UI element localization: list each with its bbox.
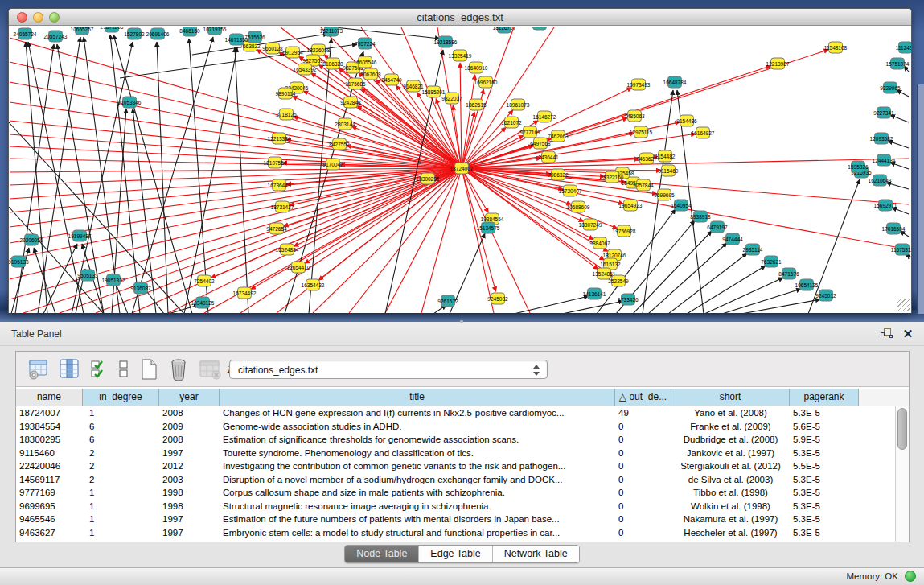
graph-node[interactable]: 9581246	[529, 27, 550, 30]
graph-node[interactable]: 1154482	[655, 150, 676, 162]
close-panel-icon[interactable]: ✕	[901, 328, 914, 340]
cell-year[interactable]: 2008	[159, 406, 220, 420]
graph-edge[interactable]	[305, 168, 462, 263]
graph-node[interactable]: 2718126	[276, 109, 297, 120]
graph-edge[interactable]	[462, 168, 494, 313]
delete-table-icon[interactable]	[198, 358, 222, 381]
graph-node[interactable]: 16164927	[692, 127, 715, 138]
column-header-in_degree[interactable]: in_degree	[83, 389, 159, 406]
graph-node[interactable]: 7485063	[624, 110, 645, 122]
table-row[interactable]: 977716911998Corpus callosum shape and si…	[16, 486, 909, 500]
cell-title[interactable]: Corpus callosum shape and size in male p…	[220, 486, 615, 500]
cell-short[interactable]: Hescheler et al. (1997)	[671, 526, 790, 540]
graph-node[interactable]: 9329965	[880, 82, 901, 93]
cell-year[interactable]: 2012	[159, 459, 220, 473]
graph-edge[interactable]	[10, 168, 462, 172]
table-row[interactable]: 1456911722003Disruption of a novel membe…	[16, 473, 909, 487]
memory-status-icon[interactable]	[905, 571, 916, 582]
graph-node[interactable]: 18126757	[493, 27, 516, 33]
graph-node[interactable]: 15751074	[886, 58, 910, 69]
graph-edge[interactable]	[888, 141, 909, 148]
cell-title[interactable]: Disruption of a novel member of a sodium…	[220, 473, 615, 487]
network-window[interactable]: citations_edges.txt 18724007766382296601…	[8, 8, 912, 313]
graph-edge[interactable]	[34, 248, 55, 313]
cell-pagerank[interactable]: 5.3E-5	[790, 406, 859, 420]
graph-node[interactable]: 9757844	[633, 179, 654, 191]
cell-short[interactable]: Nakamura et al. (1997)	[671, 513, 790, 526]
cell-pagerank[interactable]: 5.9E-5	[790, 433, 859, 447]
graph-node[interactable]: 9170042	[322, 159, 343, 170]
tab-edge-table[interactable]: Edge Table	[419, 546, 492, 562]
cell-in_degree[interactable]: 6	[83, 433, 159, 447]
cell-name[interactable]: 9777169	[16, 486, 83, 500]
cell-in_degree[interactable]: 1	[83, 500, 159, 513]
graph-edge[interactable]	[421, 168, 462, 313]
graph-node[interactable]: 12213987	[766, 58, 790, 69]
graph-node[interactable]: 20557243	[44, 31, 68, 42]
column-header-short[interactable]: short	[671, 389, 790, 406]
cell-in_degree[interactable]: 1	[83, 406, 159, 420]
graph-node[interactable]: 9245032	[487, 293, 508, 304]
graph-node[interactable]: 19051332	[102, 274, 125, 286]
graph-node[interactable]: 9227341	[873, 107, 894, 118]
graph-node[interactable]: 2522549	[608, 275, 629, 286]
cell-year[interactable]: 1998	[159, 500, 220, 513]
graph-edge[interactable]	[235, 47, 248, 313]
cell-out_de[interactable]: 0	[615, 459, 671, 473]
table-row[interactable]: 1830029562008Estimation of significance …	[16, 433, 909, 447]
graph-node[interactable]: 9884067	[589, 237, 610, 249]
cell-title[interactable]: Genome-wide association studies in ADHD.	[220, 420, 615, 434]
graph-node[interactable]: 10719155	[203, 27, 227, 35]
table-selector-dropdown[interactable]: citations_edges.txt	[229, 360, 548, 379]
cell-short[interactable]: Yano et al. (2008)	[671, 406, 790, 420]
window-titlebar[interactable]: citations_edges.txt	[9, 9, 911, 26]
graph-node[interactable]: 1621072	[501, 117, 522, 128]
graph-node[interactable]: 9245012	[815, 290, 836, 301]
cell-short[interactable]: Franke et al. (2009)	[671, 420, 790, 434]
graph-node[interactable]: 18640910	[465, 62, 488, 73]
cell-name[interactable]: 22420046	[16, 459, 83, 473]
graph-node[interactable]: 20206050	[20, 234, 43, 245]
cell-pagerank[interactable]: 5.5E-5	[790, 459, 859, 473]
cell-name[interactable]: 9115460	[16, 447, 83, 460]
table-row[interactable]: 911546021997Tourette syndrome. Phenomeno…	[16, 447, 909, 460]
graph-edge[interactable]	[318, 168, 462, 280]
graph-node[interactable]: 10688609	[567, 201, 590, 212]
cell-title[interactable]: Estimation of the future numbers of pati…	[220, 513, 615, 526]
graph-node[interactable]: 7957224	[355, 38, 376, 49]
cell-short[interactable]: Tibbo et al. (1998)	[671, 486, 790, 500]
unselect-all-columns-icon[interactable]	[117, 358, 130, 381]
table-row[interactable]: 946554611997Estimation of the future num…	[16, 513, 909, 526]
graph-node[interactable]: 9699695	[654, 189, 675, 200]
table-row[interactable]: 2242004622012Investigating the contribut…	[16, 459, 909, 473]
cell-name[interactable]: 18300295	[16, 433, 83, 447]
graph-edge[interactable]	[668, 253, 747, 313]
table-mode-icon[interactable]	[27, 358, 50, 381]
cell-pagerank[interactable]: 5.3E-5	[790, 513, 859, 526]
cell-pagerank[interactable]: 5.3E-5	[790, 500, 859, 513]
cell-name[interactable]: 9465546	[16, 513, 83, 526]
cell-pagerank[interactable]: 5.3E-5	[790, 473, 859, 487]
graph-node[interactable]: 11548108	[824, 42, 848, 53]
graph-edge[interactable]	[462, 75, 475, 168]
graph-node[interactable]: 2067608	[360, 68, 381, 80]
graph-node[interactable]: 7254402	[194, 275, 215, 286]
cell-short[interactable]: Dudbridge et al. (2008)	[671, 433, 790, 447]
graph-node[interactable]: 9154486	[676, 115, 697, 126]
graph-node[interactable]: 8427552	[329, 138, 350, 150]
cell-short[interactable]: de Silva et al. (2003)	[671, 473, 790, 487]
graph-node[interactable]: 9660128	[262, 43, 283, 54]
graph-node[interactable]: 9474444	[722, 233, 743, 245]
window-resize-grip[interactable]	[897, 299, 910, 311]
cell-in_degree[interactable]: 2	[83, 447, 159, 460]
cell-year[interactable]: 2003	[159, 473, 220, 487]
cell-title[interactable]: Changes of HCN gene expression and I(f) …	[220, 406, 615, 420]
column-header-year[interactable]: year	[159, 389, 220, 406]
cell-title[interactable]: Tourette syndrome. Phenomenology and cla…	[220, 447, 615, 460]
graph-edge[interactable]	[741, 299, 820, 313]
cell-out_de[interactable]: 0	[615, 500, 671, 513]
delete-column-icon[interactable]	[167, 358, 190, 381]
graph-node[interactable]: 2803144	[335, 118, 355, 130]
graph-node[interactable]: 16734492	[233, 287, 257, 299]
graph-node[interactable]: 8454749	[381, 74, 402, 85]
